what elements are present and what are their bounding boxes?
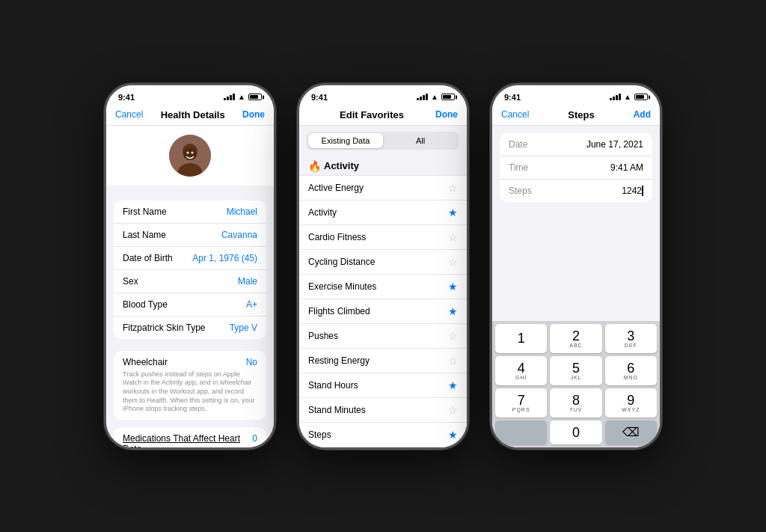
num-key-2[interactable]: 2 ABC — [550, 324, 601, 353]
date-label: Date — [509, 139, 527, 150]
segment-existing-data[interactable]: Existing Data — [308, 133, 383, 148]
status-bar-2: 9:41 ▲ — [299, 85, 467, 106]
num-key-8[interactable]: 8 TUV — [550, 388, 601, 418]
num-key-7[interactable]: 7 PQRS — [495, 388, 547, 418]
add-button-3[interactable]: Add — [634, 109, 651, 120]
item-label-10: Steps — [308, 429, 331, 440]
num-key-6[interactable]: 6 MNO — [605, 356, 657, 385]
num-key-4[interactable]: 4 GHI — [495, 356, 547, 385]
star-icon-3[interactable]: ☆ — [448, 256, 458, 268]
item-label-6: Pushes — [308, 331, 338, 341]
medications-value: 0 — [252, 433, 257, 447]
num-key-dark-left — [495, 421, 547, 444]
scene: 9:41 ▲ Cancel Health Details Done — [0, 0, 766, 532]
avatar[interactable] — [169, 135, 211, 177]
wheelchair-label: Wheelchair — [123, 357, 168, 367]
num-key-9[interactable]: 9 WXYZ — [605, 388, 657, 418]
star-icon-9[interactable]: ☆ — [448, 404, 458, 416]
list-item-6[interactable]: Pushes ☆ — [299, 324, 467, 349]
steps-time-row[interactable]: Time 9:41 AM — [500, 156, 652, 180]
flame-icon: 🔥 — [308, 160, 321, 172]
delete-button[interactable]: ⌫ — [605, 421, 657, 444]
list-item-0[interactable]: Active Energy ☆ — [299, 175, 467, 201]
steps-label: Steps — [509, 186, 532, 196]
field-blood-type[interactable]: Blood Type A+ — [114, 293, 266, 317]
list-item-1[interactable]: Activity ★ — [299, 201, 467, 225]
item-label-2: Cardio Fitness — [308, 232, 366, 242]
list-item-3[interactable]: Cycling Distance ☆ — [299, 250, 467, 275]
steps-date-row[interactable]: Date June 17, 2021 — [500, 133, 652, 156]
star-icon-2[interactable]: ☆ — [448, 231, 458, 243]
star-icon-7[interactable]: ☆ — [448, 355, 458, 367]
star-icon-1[interactable]: ★ — [448, 207, 458, 218]
done-button-2[interactable]: Done — [435, 109, 458, 120]
list-item-4[interactable]: Exercise Minutes ★ — [299, 275, 467, 299]
segment-all[interactable]: All — [383, 133, 458, 148]
activity-section-header: 🔥 Activity — [299, 156, 467, 175]
star-icon-0[interactable]: ☆ — [448, 182, 458, 194]
cancel-button-1[interactable]: Cancel — [115, 109, 143, 120]
item-label-9: Stand Minutes — [308, 405, 366, 415]
text-cursor — [642, 186, 643, 196]
star-icon-10[interactable]: ★ — [448, 429, 458, 441]
item-label-4: Exercise Minutes — [308, 281, 376, 292]
nav-title-3: Steps — [568, 109, 594, 120]
status-time-1: 9:41 — [118, 93, 135, 102]
list-item-2[interactable]: Cardio Fitness ☆ — [299, 225, 467, 250]
avatar-svg — [169, 135, 211, 177]
wifi-icon-1: ▲ — [238, 93, 245, 101]
num-key-1[interactable]: 1 — [495, 324, 547, 353]
field-group-personal: First Name Michael Last Name Cavanna Dat… — [114, 201, 266, 339]
wifi-icon-3: ▲ — [624, 93, 631, 101]
blood-type-value: A+ — [246, 299, 257, 310]
segment-control[interactable]: Existing Data All — [307, 132, 459, 150]
avatar-section — [106, 126, 274, 186]
status-bar-1: 9:41 ▲ — [106, 85, 274, 106]
field-dob[interactable]: Date of Birth Apr 1, 1976 (45) — [114, 247, 266, 270]
list-item-10[interactable]: Steps ★ — [299, 423, 467, 447]
favorites-list: Active Energy ☆ Activity ★ Cardio Fitnes… — [299, 175, 467, 447]
dob-value: Apr 1, 1976 (45) — [192, 253, 257, 263]
list-item-5[interactable]: Flights Climbed ★ — [299, 299, 467, 324]
phone-edit-favorites: 9:41 ▲ Edit Favorites Done Existing Data… — [297, 83, 469, 450]
battery-icon-1 — [248, 94, 262, 100]
phone-health-details: 9:41 ▲ Cancel Health Details Done — [104, 83, 276, 450]
status-bar-3: 9:41 ▲ — [492, 85, 660, 106]
star-icon-4[interactable]: ★ — [448, 281, 458, 293]
medications-row[interactable]: Medications That Affect Heart Rate 0 — [114, 427, 266, 447]
list-item-9[interactable]: Stand Minutes ☆ — [299, 398, 467, 423]
field-first-name[interactable]: First Name Michael — [114, 201, 266, 224]
wheelchair-row[interactable]: Wheelchair No — [123, 357, 257, 367]
field-sex[interactable]: Sex Male — [114, 270, 266, 293]
signal-icon-3 — [610, 94, 621, 100]
item-label-7: Resting Energy — [308, 355, 370, 366]
item-label-8: Stand Hours — [308, 380, 358, 391]
date-value: June 17, 2021 — [586, 139, 643, 150]
battery-icon-3 — [634, 94, 648, 100]
num-key-5[interactable]: 5 JKL — [550, 356, 601, 385]
num-key-0[interactable]: 0 — [550, 421, 601, 444]
svg-point-4 — [187, 151, 189, 153]
wheelchair-value: No — [246, 357, 257, 367]
cancel-button-3[interactable]: Cancel — [501, 109, 529, 120]
num-key-3[interactable]: 3 DEF — [605, 324, 657, 353]
field-last-name[interactable]: Last Name Cavanna — [114, 224, 266, 247]
star-icon-5[interactable]: ★ — [448, 305, 458, 317]
list-item-7[interactable]: Resting Energy ☆ — [299, 349, 467, 373]
battery-icon-2 — [441, 94, 455, 100]
medications-label: Medications That Affect Heart Rate — [123, 433, 252, 447]
health-details-content: First Name Michael Last Name Cavanna Dat… — [106, 126, 274, 447]
last-name-value: Cavanna — [221, 230, 257, 240]
status-icons-3: ▲ — [610, 93, 648, 101]
star-icon-8[interactable]: ★ — [448, 379, 458, 391]
svg-point-5 — [192, 151, 194, 153]
field-skin-type[interactable]: Fitzpatrick Skin Type Type V — [114, 317, 266, 339]
status-icons-1: ▲ — [224, 93, 262, 101]
star-icon-6[interactable]: ☆ — [448, 330, 458, 342]
number-pad: 1 2 ABC 3 DEF 4 GHI 5 JKL — [492, 321, 660, 447]
status-time-3: 9:41 — [504, 93, 521, 102]
steps-steps-row[interactable]: Steps 1242 — [500, 180, 652, 202]
time-value: 9:41 AM — [610, 162, 643, 173]
list-item-8[interactable]: Stand Hours ★ — [299, 373, 467, 398]
done-button-1[interactable]: Done — [242, 109, 265, 120]
